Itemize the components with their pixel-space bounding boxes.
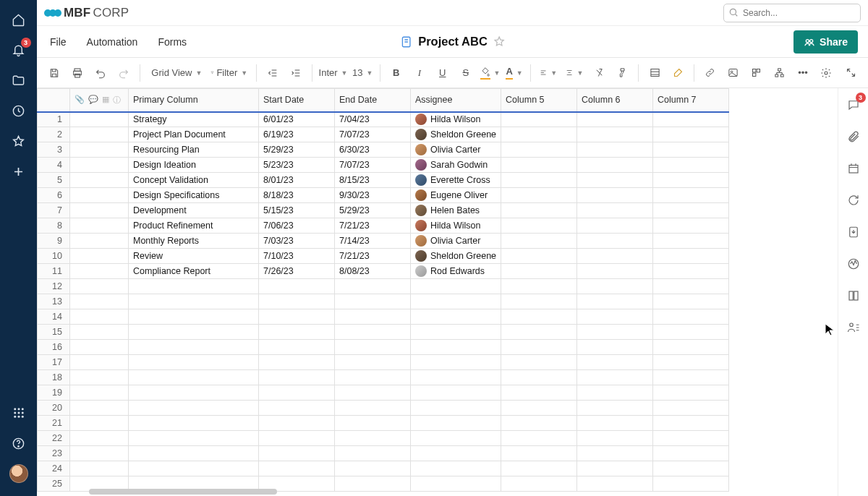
row-number[interactable]: 6 bbox=[38, 188, 70, 203]
cell-col5[interactable] bbox=[501, 264, 577, 279]
row-number[interactable]: 25 bbox=[38, 476, 70, 492]
table-row[interactable]: 11Compliance Report7/26/238/08/23Rod Edw… bbox=[38, 264, 729, 279]
cell-end-date[interactable]: 7/04/23 bbox=[335, 112, 411, 127]
folder-icon[interactable] bbox=[5, 67, 33, 94]
cell-end-date[interactable]: 9/30/23 bbox=[335, 188, 411, 203]
cell-end-date[interactable]: 6/30/23 bbox=[335, 142, 411, 158]
cell-end-date[interactable]: 7/21/23 bbox=[335, 218, 411, 234]
cell-primary[interactable]: Monthly Reports bbox=[129, 234, 259, 249]
cell-assignee[interactable]: Olivia Carter bbox=[411, 234, 501, 249]
filter-dropdown[interactable]: Filter▼ bbox=[208, 63, 250, 83]
row-attachments[interactable] bbox=[70, 158, 129, 173]
table-row[interactable]: 13 bbox=[38, 294, 729, 309]
table-row[interactable]: 15 bbox=[38, 325, 729, 340]
row-attachments[interactable] bbox=[70, 112, 129, 127]
row-attachments[interactable] bbox=[70, 249, 129, 264]
row-number[interactable]: 24 bbox=[38, 461, 70, 476]
form-icon[interactable] bbox=[746, 63, 767, 83]
resource-panel-icon[interactable] bbox=[844, 318, 863, 337]
row-number[interactable]: 10 bbox=[38, 249, 70, 264]
cell-assignee[interactable]: Everette Cross bbox=[411, 173, 501, 188]
cell-col7[interactable] bbox=[653, 234, 729, 249]
cell-primary[interactable]: Design Ideation bbox=[129, 158, 259, 173]
favorite-toggle[interactable] bbox=[493, 35, 506, 48]
brand-logo[interactable]: MBFCORP bbox=[44, 6, 129, 20]
col-6-header[interactable]: Column 6 bbox=[577, 89, 653, 112]
refresh-panel-icon[interactable] bbox=[844, 191, 863, 210]
row-number[interactable]: 20 bbox=[38, 401, 70, 416]
help-icon[interactable] bbox=[5, 429, 33, 457]
proofs-panel-icon[interactable] bbox=[844, 159, 863, 178]
font-dropdown[interactable]: Inter▼ bbox=[318, 63, 348, 83]
table-row[interactable]: 1Strategy6/01/237/04/23Hilda Wilson bbox=[38, 112, 729, 127]
table-row[interactable]: 7Development5/15/235/29/23Helen Bates bbox=[38, 203, 729, 218]
cell-start-date[interactable]: 5/23/23 bbox=[259, 158, 335, 173]
cell-col6[interactable] bbox=[577, 264, 653, 279]
table-row[interactable]: 9Monthly Reports7/03/237/14/23Olivia Car… bbox=[38, 234, 729, 249]
col-primary-header[interactable]: Primary Column bbox=[129, 89, 259, 112]
cell-col7[interactable] bbox=[653, 188, 729, 203]
notifications-icon[interactable]: 3 bbox=[5, 36, 33, 64]
table-row[interactable]: 19 bbox=[38, 385, 729, 401]
hierarchy-icon[interactable] bbox=[770, 63, 790, 83]
menu-file[interactable]: File bbox=[47, 32, 69, 52]
row-number[interactable]: 23 bbox=[38, 446, 70, 461]
table-row[interactable]: 5Concept Validation8/01/238/15/23Everett… bbox=[38, 173, 729, 188]
redo-icon[interactable] bbox=[114, 63, 134, 83]
row-number[interactable]: 17 bbox=[38, 355, 70, 370]
cell-end-date[interactable]: 8/15/23 bbox=[335, 173, 411, 188]
row-number[interactable]: 14 bbox=[38, 309, 70, 325]
row-attachments[interactable] bbox=[70, 264, 129, 279]
cell-col5[interactable] bbox=[501, 127, 577, 142]
row-number[interactable]: 4 bbox=[38, 158, 70, 173]
save-icon[interactable] bbox=[44, 63, 64, 83]
table-row[interactable]: 12 bbox=[38, 279, 729, 294]
table-row[interactable]: 23 bbox=[38, 446, 729, 461]
table-row[interactable]: 18 bbox=[38, 370, 729, 385]
table-row[interactable]: 3Resourcing Plan5/29/236/30/23Olivia Car… bbox=[38, 142, 729, 158]
bold-icon[interactable]: B bbox=[386, 63, 407, 83]
attachments-panel-icon[interactable] bbox=[844, 127, 863, 146]
cell-col6[interactable] bbox=[577, 188, 653, 203]
row-number[interactable]: 15 bbox=[38, 325, 70, 340]
cell-primary[interactable]: Review bbox=[129, 249, 259, 264]
row-number[interactable]: 7 bbox=[38, 203, 70, 218]
cell-start-date[interactable]: 6/01/23 bbox=[259, 112, 335, 127]
col-7-header[interactable]: Column 7 bbox=[653, 89, 729, 112]
cell-start-date[interactable]: 7/10/23 bbox=[259, 249, 335, 264]
table-row[interactable]: 22 bbox=[38, 431, 729, 446]
add-icon[interactable] bbox=[5, 158, 33, 185]
cell-assignee[interactable]: Sarah Godwin bbox=[411, 158, 501, 173]
grid-view-dropdown[interactable]: Grid View▼ bbox=[146, 63, 205, 83]
row-number[interactable]: 2 bbox=[38, 127, 70, 142]
cell-col7[interactable] bbox=[653, 264, 729, 279]
italic-icon[interactable]: I bbox=[409, 63, 430, 83]
row-attachments[interactable] bbox=[70, 173, 129, 188]
activity-panel-icon[interactable] bbox=[844, 255, 863, 273]
table-row[interactable]: 4Design Ideation5/23/237/07/23Sarah Godw… bbox=[38, 158, 729, 173]
row-number[interactable]: 19 bbox=[38, 385, 70, 401]
col-start-header[interactable]: Start Date bbox=[259, 89, 335, 112]
cell-col5[interactable] bbox=[501, 203, 577, 218]
cell-col5[interactable] bbox=[501, 234, 577, 249]
cell-col5[interactable] bbox=[501, 188, 577, 203]
cell-start-date[interactable]: 5/29/23 bbox=[259, 142, 335, 158]
apps-icon[interactable] bbox=[5, 399, 33, 427]
row-attachments[interactable] bbox=[70, 234, 129, 249]
cell-start-date[interactable]: 8/18/23 bbox=[259, 188, 335, 203]
strikethrough-icon[interactable]: S bbox=[456, 63, 476, 83]
table-row[interactable]: 20 bbox=[38, 401, 729, 416]
cell-col6[interactable] bbox=[577, 218, 653, 234]
row-attachments[interactable] bbox=[70, 142, 129, 158]
text-color-icon[interactable]: A▼ bbox=[504, 63, 524, 83]
table-row[interactable]: 10Review7/10/237/21/23Sheldon Greene bbox=[38, 249, 729, 264]
conditional-format-icon[interactable] bbox=[644, 63, 665, 83]
row-number[interactable]: 5 bbox=[38, 173, 70, 188]
row-number[interactable]: 1 bbox=[38, 112, 70, 127]
cell-col5[interactable] bbox=[501, 112, 577, 127]
search-input[interactable] bbox=[723, 4, 861, 22]
cell-primary[interactable]: Product Refinement bbox=[129, 218, 259, 234]
cell-end-date[interactable]: 7/07/23 bbox=[335, 127, 411, 142]
cell-start-date[interactable]: 7/03/23 bbox=[259, 234, 335, 249]
cell-start-date[interactable]: 5/15/23 bbox=[259, 203, 335, 218]
